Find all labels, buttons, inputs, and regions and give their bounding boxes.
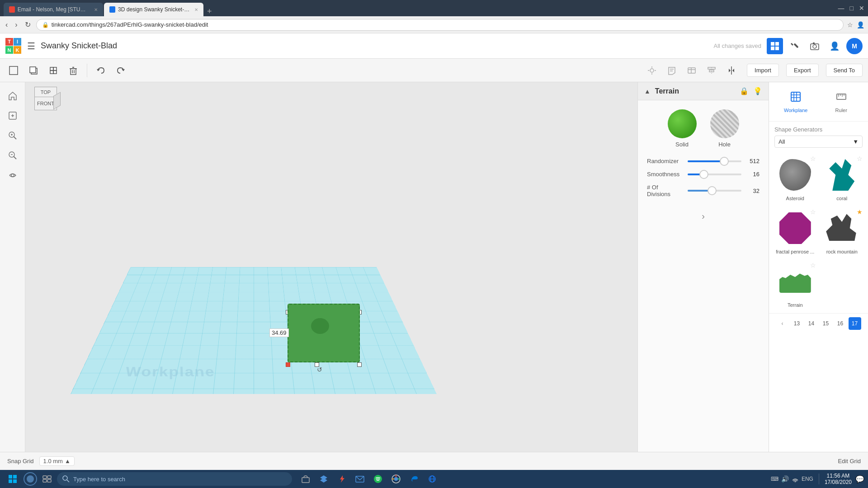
tools-button[interactable] [787,38,803,54]
menu-icon[interactable]: ☰ [27,41,35,52]
notes-button[interactable] [664,62,680,79]
camera-button[interactable] [807,38,823,54]
snap-grid-value[interactable]: 1.0 mm ▲ [39,456,75,466]
home-button[interactable] [5,88,21,104]
send-to-button[interactable]: Send To [826,64,863,77]
import-button[interactable]: Import [747,64,779,77]
page-17-button[interactable]: 17 [849,317,861,330]
shape-item-asteroid[interactable]: ☆ Asteroid [773,153,818,205]
new-shape-button[interactable] [5,62,22,79]
taskbar-lightning-icon[interactable] [334,471,350,487]
svg-rect-57 [9,479,12,483]
coral-star-icon[interactable]: ☆ [857,155,863,162]
edit-grid-button[interactable]: Edit Grid [838,458,861,465]
grid-icon [770,41,780,51]
address-bar[interactable]: 🔒 tinkercad.com/things/267adPErhlG-swank… [36,19,844,31]
svg-rect-61 [43,479,47,482]
taskbar-chrome-icon[interactable] [388,471,404,487]
shape-item-rock-mountain[interactable]: ★ rock mountain [820,206,865,258]
tab-email-close[interactable]: ✕ [94,7,98,12]
maximize-button[interactable]: □ [850,5,854,12]
new-tab-button[interactable]: + [204,7,215,16]
page-15-button[interactable]: 15 [820,317,832,330]
hole-option[interactable]: Hole [710,109,739,148]
undo-button[interactable] [93,62,109,79]
notifications-icon[interactable]: 💬 [855,475,864,483]
shape-gen-dropdown[interactable]: All ▼ [774,136,863,148]
rotation-handle-bottom[interactable]: ↺ [317,366,322,373]
smoothness-thumb[interactable] [699,170,708,179]
keyboard-icon[interactable]: ⌨ [771,476,778,482]
user-profile-icon[interactable]: 👤 [857,21,864,28]
inspector-button[interactable] [684,62,700,79]
terrain-star-icon[interactable]: ☆ [810,262,816,269]
panel-light-icon[interactable]: 💡 [753,87,762,95]
taskbar-mail-icon[interactable] [352,471,368,487]
randomizer-track[interactable] [688,160,741,162]
taskbar-ie-icon[interactable] [424,471,440,487]
terrain-canvas-object[interactable]: ↻ 34.69 ↺ [278,304,369,376]
volume-icon[interactable]: 🔊 [781,475,789,483]
taskbar-dropbox-icon[interactable] [316,471,332,487]
zoom-out-button[interactable] [5,147,21,164]
taskbar: Type here to search [0,470,868,488]
fit-view-button[interactable] [5,108,21,124]
header-icons: 👤 M [767,38,863,54]
smoothness-track[interactable] [688,174,741,175]
page-16-button[interactable]: 16 [834,317,847,330]
minimize-button[interactable]: — [838,5,844,12]
shape-item-terrain[interactable]: ☆ Terrain [773,260,818,311]
taskbar-spotify-icon[interactable] [370,471,386,487]
zoom-in-button[interactable] [5,127,21,144]
panel-lock-icon[interactable]: 🔒 [740,87,749,95]
shape-item-fractal[interactable]: ☆ fractal penrose ... [773,206,818,258]
fractal-star-icon[interactable]: ☆ [810,208,816,216]
panel-collapse-button[interactable]: ▲ [644,88,651,95]
handle-bottom-right[interactable] [357,362,362,367]
page-prev-button[interactable]: ‹ [776,317,789,330]
bookmark-icon[interactable]: ☆ [847,21,853,28]
ruler-button[interactable]: Ruler [819,87,864,117]
forward-button[interactable]: › [13,21,19,29]
divisions-track[interactable] [688,190,741,192]
redo-button[interactable] [113,62,129,79]
task-view-button[interactable] [39,471,55,487]
handle-bottom-left[interactable] [286,362,290,367]
grid-view-button[interactable] [767,38,783,54]
align-button[interactable] [703,62,720,79]
start-button[interactable] [4,470,22,488]
rock-mountain-star-icon[interactable]: ★ [857,208,863,216]
tab-tinkercad[interactable]: 3D design Swanky Snicket-Blad ✕ [104,3,203,16]
taskbar-edge-icon[interactable] [406,471,422,487]
divisions-thumb[interactable] [708,186,717,195]
orientation-button[interactable] [5,167,21,183]
refresh-button[interactable]: ↻ [23,20,33,29]
taskbar-search-bar[interactable]: Type here to search [57,472,292,486]
copy-button[interactable] [25,62,42,79]
view-cube[interactable]: TOP FRONT [30,87,66,123]
close-button[interactable]: ✕ [859,5,864,12]
back-button[interactable]: ‹ [4,21,9,29]
lang-indicator[interactable]: ENG [802,476,813,482]
tab-tinkercad-close[interactable]: ✕ [194,7,198,12]
add-profile-button[interactable]: 👤 [826,38,843,54]
user-avatar[interactable]: M [846,38,863,54]
light-button[interactable] [644,62,660,79]
delete-button[interactable] [65,62,81,79]
network-icon[interactable] [792,475,799,483]
page-13-button[interactable]: 13 [791,317,803,330]
solid-option[interactable]: Solid [668,109,697,148]
mirror-button[interactable] [723,62,740,79]
cortana-button[interactable] [24,472,37,486]
asteroid-star-icon[interactable]: ☆ [810,155,816,162]
randomizer-thumb[interactable] [720,157,729,166]
canvas-area[interactable]: TOP FRONT Workplane ↻ [25,82,637,452]
tab-email[interactable]: Email - Nelson, Meg [STUDENT] ✕ [4,3,103,16]
panel-expand-button[interactable]: › [702,211,705,221]
page-14-button[interactable]: 14 [805,317,818,330]
shape-item-coral[interactable]: ☆ coral [820,153,865,205]
duplicate-button[interactable] [45,62,61,79]
export-button[interactable]: Export [786,64,819,77]
workplane-button[interactable]: Workplane [774,87,818,117]
taskbar-store-icon[interactable] [297,471,314,487]
